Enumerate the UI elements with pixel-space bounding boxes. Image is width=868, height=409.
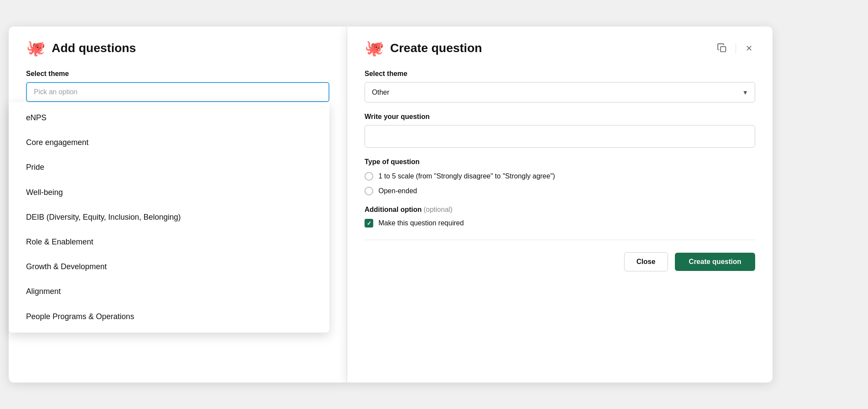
header-divider	[736, 43, 736, 53]
dropdown-item[interactable]: Well-being	[9, 180, 329, 205]
question-input[interactable]	[365, 125, 755, 148]
checkmark-icon: ✓	[367, 220, 372, 227]
close-button-header[interactable]	[743, 42, 755, 54]
dropdown-item[interactable]: Alignment	[9, 279, 329, 304]
right-panel-header: 🐙 Create question	[365, 40, 755, 56]
add-questions-panel: 🐙 Add questions Select theme Pick an opt…	[9, 26, 347, 383]
additional-option-group: Additional option (optional) ✓ Make this…	[365, 206, 755, 228]
radio-item-open[interactable]: Open-ended	[365, 187, 755, 195]
theme-select-container: OthereNPSCore engagementPrideWell-beingD…	[365, 82, 755, 102]
radio-label-scale: 1 to 5 scale (from "Strongly disagree" t…	[378, 172, 555, 180]
footer-buttons: Close Create question	[365, 252, 755, 271]
create-question-button[interactable]: Create question	[675, 253, 755, 271]
left-panel-header: 🐙 Add questions	[26, 40, 329, 56]
octopus-icon-right: 🐙	[365, 40, 384, 56]
right-panel-actions	[716, 42, 755, 55]
write-question-group: Write your question	[365, 113, 755, 148]
theme-select-group-right: Select theme OthereNPSCore engagementPri…	[365, 70, 755, 102]
dropdown-item[interactable]: eNPS	[9, 106, 329, 130]
theme-select[interactable]: OthereNPSCore engagementPrideWell-beingD…	[365, 82, 755, 102]
dropdown-item[interactable]: Core engagement	[9, 130, 329, 155]
additional-option-label: Additional option	[365, 206, 422, 213]
radio-input-open[interactable]	[365, 187, 373, 195]
right-panel-title: Create question	[390, 41, 482, 55]
dropdown-item[interactable]: Growth & Development	[9, 254, 329, 279]
optional-text: (optional)	[424, 206, 453, 213]
select-theme-label-left: Select theme	[26, 70, 329, 78]
checkbox-group: ✓ Make this question required	[365, 219, 755, 228]
close-button[interactable]: Close	[624, 252, 668, 271]
radio-input-scale[interactable]	[365, 172, 373, 181]
radio-label-open: Open-ended	[378, 187, 417, 195]
svg-rect-0	[720, 46, 726, 52]
required-checkbox[interactable]: ✓	[365, 219, 373, 228]
dropdown-item[interactable]: DEIB (Diversity, Equity, Inclusion, Belo…	[9, 205, 329, 230]
dropdown-item[interactable]: People Programs & Operations	[9, 304, 329, 329]
radio-item-scale[interactable]: 1 to 5 scale (from "Strongly disagree" t…	[365, 172, 755, 181]
write-question-label: Write your question	[365, 113, 755, 121]
right-panel-title-group: 🐙 Create question	[365, 40, 482, 56]
dropdown-container: Pick an option eNPSCore engagementPrideW…	[26, 82, 329, 102]
left-panel-title: Add questions	[52, 41, 136, 55]
select-theme-label-right: Select theme	[365, 70, 755, 78]
question-type-group: Type of question 1 to 5 scale (from "Str…	[365, 158, 755, 195]
radio-group: 1 to 5 scale (from "Strongly disagree" t…	[365, 172, 755, 195]
dropdown-list: eNPSCore engagementPrideWell-beingDEIB (…	[9, 102, 329, 333]
dropdown-item[interactable]: Role & Enablement	[9, 230, 329, 254]
octopus-icon-left: 🐙	[26, 40, 46, 56]
theme-select-group-left: Select theme Pick an option eNPSCore eng…	[26, 70, 329, 102]
copy-button[interactable]	[716, 42, 729, 55]
create-question-panel: 🐙 Create question	[347, 26, 773, 383]
dropdown-input[interactable]: Pick an option	[26, 82, 329, 102]
footer-divider	[365, 240, 755, 240]
dropdown-item[interactable]: Pride	[9, 155, 329, 180]
checkbox-label: Make this question required	[378, 219, 464, 227]
question-type-label: Type of question	[365, 158, 755, 166]
